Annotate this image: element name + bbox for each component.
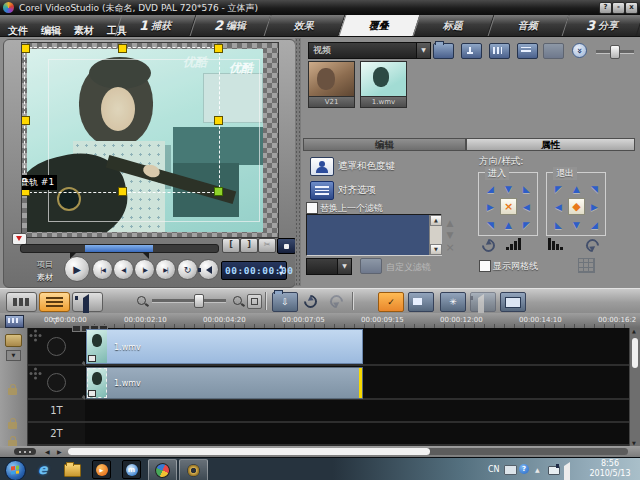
mask-chroma-button[interactable]: 遮罩和色度键 (338, 160, 395, 173)
dropdown-arrow-icon[interactable]: ▼ (416, 43, 430, 58)
fade-in-button[interactable] (506, 238, 521, 250)
rotate-in-button[interactable] (479, 236, 497, 254)
video-track-header[interactable] (28, 328, 86, 366)
applied-filters-list[interactable]: ▲ ▼ (306, 214, 442, 256)
zoom-out-icon[interactable] (137, 296, 146, 305)
custom-filter-button[interactable]: 自定义滤镜 (386, 261, 431, 274)
enlarge-preview-button[interactable] (277, 238, 296, 254)
scroll-up-icon[interactable]: ▲ (632, 328, 636, 334)
gallery-item[interactable]: V21 (308, 61, 355, 108)
sound-mixer-button[interactable] (470, 292, 496, 312)
gutter-collapse-button[interactable]: ▼ (6, 350, 21, 361)
minimize-button[interactable]: - (612, 2, 625, 14)
replace-filter-checkbox[interactable] (306, 202, 318, 214)
timeline-zoom-slider[interactable] (152, 299, 226, 303)
storyboard-view-button[interactable] (6, 292, 37, 312)
keyboard-tray-icon[interactable] (504, 465, 517, 475)
fit-project-button[interactable] (247, 294, 262, 309)
show-grid-checkbox[interactable] (479, 260, 491, 272)
scroll-left-icon[interactable]: ◀ (45, 448, 50, 455)
help-button[interactable]: ? (599, 2, 612, 14)
slider-thumb[interactable] (610, 45, 620, 59)
play-button[interactable]: ▶ (64, 256, 90, 282)
filter-delete-button[interactable]: × (444, 242, 456, 253)
timecode-display[interactable]: 00:00:00:00 ▲▼ (221, 261, 287, 280)
taskbar-clock[interactable]: 8:56 2010/5/13 (584, 459, 636, 479)
volume-button[interactable] (198, 259, 219, 280)
mark-in-button[interactable]: [ (222, 238, 240, 253)
align-options-button[interactable]: 对齐选项 (338, 184, 376, 197)
enter-direction-button[interactable]: ◀ (518, 198, 535, 215)
timecode-spinner[interactable]: ▲▼ (277, 263, 285, 276)
exit-direction-button[interactable]: ◀ (550, 198, 567, 215)
step-edit[interactable]: 2编辑 (189, 15, 270, 36)
exit-direction-button[interactable]: ◤ (550, 180, 567, 197)
next-frame-button[interactable]: |▶ (134, 259, 155, 280)
trim-handle-right[interactable] (142, 252, 149, 259)
split-clip-button[interactable]: ✂ (258, 238, 276, 253)
exit-direction-button[interactable]: ▼ (568, 216, 585, 233)
scroll-down-icon[interactable]: ▼ (430, 244, 442, 255)
show-grid-label[interactable]: 显示网格线 (493, 260, 538, 273)
dropdown-arrow-icon[interactable]: ▼ (337, 259, 351, 274)
exit-direction-button[interactable]: ▲ (568, 180, 585, 197)
selection-handle[interactable] (214, 187, 223, 196)
panel-splitter[interactable] (295, 38, 301, 286)
media-player-taskbar-icon[interactable]: ▶ (92, 460, 111, 479)
gallery-item[interactable]: 1.wmv (360, 61, 407, 108)
exit-direction-button[interactable]: ◢ (586, 216, 603, 233)
help-tray-icon[interactable]: ? (519, 464, 529, 474)
enter-direction-button[interactable]: ▲ (500, 216, 517, 233)
smart-proxy-button[interactable]: ✓ (378, 292, 404, 312)
overlay-track-header[interactable] (28, 366, 86, 400)
go-start-button[interactable]: |◀ (92, 259, 113, 280)
hscroll-thumb[interactable] (68, 448, 430, 455)
tab-attributes[interactable]: 属性 (466, 138, 635, 151)
enter-direction-button[interactable]: ▶ (482, 198, 499, 215)
browse-media-button[interactable] (433, 43, 454, 59)
more-options-button[interactable] (14, 448, 36, 455)
mask-chroma-icon[interactable] (310, 157, 334, 176)
custom-filter-icon[interactable] (360, 258, 382, 274)
enter-direction-button[interactable]: ◥ (482, 216, 499, 233)
menu-clip[interactable]: 素材 (74, 25, 94, 36)
enter-direction-button[interactable]: ▼ (500, 180, 517, 197)
trim-selected-region[interactable] (85, 245, 153, 252)
redo-button[interactable] (327, 292, 345, 310)
menu-edit[interactable]: 编辑 (41, 25, 61, 36)
filter-list-scrollbar[interactable]: ▲ ▼ (429, 215, 441, 255)
track-manager-button[interactable] (5, 315, 24, 328)
insert-media-button[interactable]: ⇩ (272, 292, 298, 312)
timeline-vscrollbar[interactable]: ▲ ▼ (629, 328, 640, 446)
exit-direction-button[interactable]: ◥ (586, 180, 603, 197)
grid-options-icon[interactable] (578, 258, 595, 273)
overlay-clip[interactable]: 1.wmv (86, 367, 363, 399)
scroll-right-icon[interactable]: ▶ (57, 448, 62, 455)
gallery-thumbnail[interactable] (308, 61, 355, 97)
title-track2-header[interactable]: 2T (28, 423, 86, 446)
player-taskbar-button[interactable] (179, 459, 208, 480)
lock-icon[interactable] (8, 388, 17, 395)
track-lock-icon[interactable] (5, 334, 22, 347)
record-options-button[interactable] (489, 43, 510, 59)
exit-direction-button[interactable]: ▶ (586, 198, 603, 215)
step-effect[interactable]: 效果 (264, 15, 345, 36)
repeat-button[interactable]: ↻ (177, 259, 198, 280)
exit-static-button[interactable]: ◆ (568, 198, 585, 215)
timeline-playhead[interactable]: ▽ (52, 316, 58, 325)
title-track1[interactable] (85, 400, 629, 423)
step-capture[interactable]: 1捕获 (115, 15, 196, 36)
clip-selected-edge[interactable] (359, 368, 362, 398)
tray-expand-icon[interactable]: ▲ (535, 466, 540, 473)
ie-taskbar-icon[interactable]: e (38, 461, 48, 477)
filter-move-up-button[interactable]: ▲ (444, 218, 456, 229)
library-creator-button[interactable] (543, 43, 564, 59)
videostudio-taskbar-button[interactable] (148, 459, 177, 480)
vscroll-thumb[interactable] (632, 338, 638, 368)
expand-gallery-button[interactable]: » (572, 43, 587, 58)
timeline-view-button[interactable] (39, 292, 70, 312)
step-audio[interactable]: 音频 (487, 15, 568, 36)
enter-direction-button[interactable]: ◢ (482, 180, 499, 197)
clip-mode-label[interactable]: 素材 (37, 272, 53, 283)
slider-thumb[interactable] (194, 294, 204, 308)
